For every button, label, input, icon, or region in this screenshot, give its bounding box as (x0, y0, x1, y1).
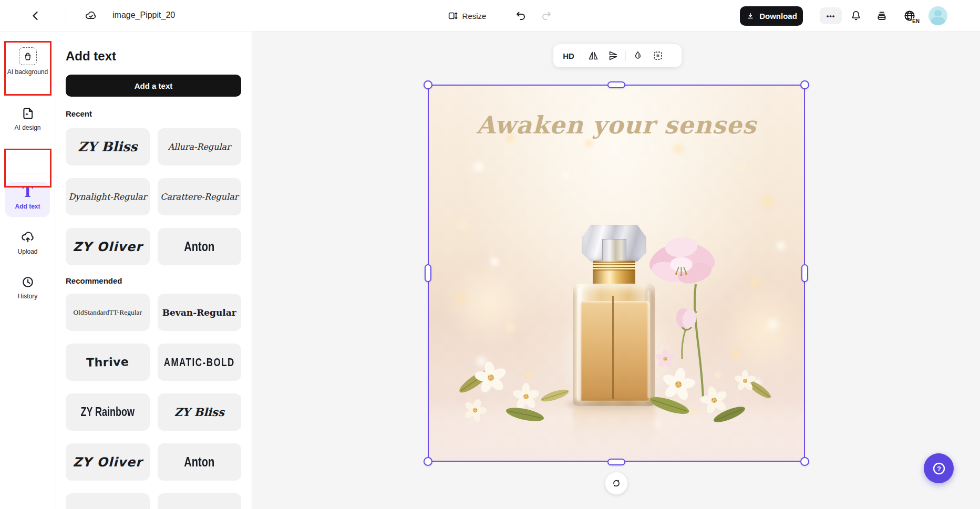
font-card[interactable]: ZY Bliss (66, 128, 150, 165)
rotate-icon (611, 477, 622, 489)
selection-handle-top-left[interactable] (424, 80, 432, 89)
cloud-sync-button[interactable] (81, 6, 100, 25)
rotate-button[interactable] (605, 472, 628, 495)
download-icon (746, 12, 755, 21)
font-card[interactable]: OldStandardTT-Regular (66, 294, 150, 331)
contrast-droplet-icon (632, 50, 644, 61)
font-card-label: Carattere-Regular (160, 192, 238, 202)
download-label: Download (759, 12, 797, 20)
back-button[interactable] (25, 6, 46, 25)
notifications-button[interactable] (848, 6, 864, 25)
font-card-label: AMATIC-BOLD (164, 355, 235, 369)
flip-horizontal-icon (587, 50, 599, 61)
font-card[interactable]: ZY Rainbow (66, 393, 150, 431)
sidebar-item-label: AI design (4, 124, 52, 132)
download-button[interactable]: Download (740, 6, 803, 26)
selection-handle-middle-right[interactable] (801, 264, 808, 282)
sidebar-item-upload[interactable]: Upload (0, 230, 55, 256)
font-card-label: Anton (184, 454, 214, 470)
font-card[interactable] (158, 493, 242, 509)
sidebar-item-ai-background[interactable]: AI background (0, 47, 55, 76)
workspace-button[interactable] (873, 6, 890, 25)
adjust-contrast-button[interactable] (628, 47, 648, 65)
select-area-icon (652, 50, 664, 61)
font-card[interactable]: Thrive (66, 344, 150, 381)
font-card-label: ZY Bliss (78, 139, 137, 154)
divider (581, 50, 581, 61)
font-card-label: Allura-Regular (168, 142, 231, 152)
redo-icon (540, 9, 552, 22)
white-blossom (510, 381, 542, 412)
font-card-label: Bevan-Regular (162, 307, 236, 318)
sidebar-item-label: Upload (4, 248, 52, 256)
font-card[interactable]: ZY Oliver (66, 228, 150, 265)
sidebar-item-ai-design[interactable]: AI design (0, 106, 55, 132)
add-a-text-button[interactable]: Add a text (66, 75, 241, 97)
font-card[interactable]: ZY Bliss (158, 393, 242, 431)
hd-label: HD (563, 51, 574, 60)
select-subject-button[interactable] (648, 47, 668, 65)
upload-icon (20, 230, 35, 245)
recent-font-grid: ZY Bliss Allura-Regular Dynalight-Regula… (66, 128, 241, 265)
history-icon (20, 275, 35, 289)
sidebar-item-history[interactable]: History (0, 275, 55, 300)
font-card-label: ZY Oliver (73, 240, 142, 254)
canvas-image[interactable]: Awaken your senses (429, 86, 804, 461)
top-bar: image_Pippit_20 Resize Download ••• (0, 0, 980, 32)
selection-handle-top-right[interactable] (800, 80, 809, 89)
canvas-area[interactable]: HD (252, 32, 980, 509)
bottle-liquid (578, 301, 650, 401)
selection-handle-top-center[interactable] (607, 81, 625, 88)
font-card-label: Anton (184, 239, 214, 254)
divider (66, 9, 66, 22)
white-blossom (656, 362, 701, 407)
selection-handle-bottom-center[interactable] (607, 459, 625, 465)
font-card-label: Dynalight-Regular (68, 192, 147, 202)
font-card[interactable]: Allura-Regular (158, 128, 242, 165)
language-label: EN (912, 18, 920, 24)
ai-design-icon (20, 106, 35, 121)
resize-button[interactable]: Resize (441, 6, 492, 25)
sidebar-item-label: Add text (4, 203, 52, 211)
help-icon: ? (932, 461, 946, 476)
glass-highlight (647, 290, 650, 398)
font-card-label: ZY Oliver (73, 455, 142, 470)
help-button[interactable]: ? (924, 453, 954, 483)
selection-handle-bottom-left[interactable] (424, 457, 432, 466)
more-button[interactable]: ••• (820, 7, 842, 24)
font-card[interactable]: Carattere-Regular (158, 178, 242, 215)
undo-icon (515, 9, 528, 22)
selection-toolbar: HD (553, 44, 682, 67)
cloud-sync-icon (85, 9, 97, 22)
font-card[interactable]: Anton (158, 443, 242, 481)
document-title[interactable]: image_Pippit_20 (112, 11, 182, 22)
soft-glow (445, 259, 534, 348)
selection-handle-middle-left[interactable] (425, 264, 431, 282)
language-button[interactable]: EN (899, 6, 920, 25)
avatar-head (934, 10, 942, 16)
selection-handle-bottom-right[interactable] (800, 457, 809, 466)
resize-label: Resize (462, 12, 487, 20)
avatar[interactable] (929, 6, 947, 25)
font-card[interactable]: Anton (158, 228, 242, 265)
left-rail: AI background AI design T Add text Uploa… (0, 32, 55, 509)
more-icon: ••• (827, 12, 835, 20)
flip-vertical-button[interactable] (603, 47, 623, 65)
font-card[interactable]: Dynalight-Regular (66, 178, 150, 215)
bottle-cap-core (602, 239, 626, 261)
flip-horizontal-button[interactable] (583, 47, 603, 65)
sidebar-item-add-text[interactable]: T Add text (0, 185, 55, 211)
font-card[interactable]: Bevan-Regular (158, 294, 242, 331)
divider (625, 50, 626, 61)
font-card[interactable] (66, 493, 150, 509)
font-card[interactable]: AMATIC-BOLD (158, 344, 242, 381)
font-card[interactable]: ZY Oliver (66, 443, 150, 481)
font-card-label: OldStandardTT-Regular (73, 308, 142, 317)
bottle-collar (593, 261, 635, 286)
redo-button[interactable] (537, 6, 555, 25)
undo-button[interactable] (512, 6, 530, 25)
divider (501, 9, 501, 22)
hd-quality-button[interactable]: HD (559, 47, 579, 65)
bottle-spray-tube (612, 296, 614, 399)
flip-vertical-icon (607, 50, 619, 61)
